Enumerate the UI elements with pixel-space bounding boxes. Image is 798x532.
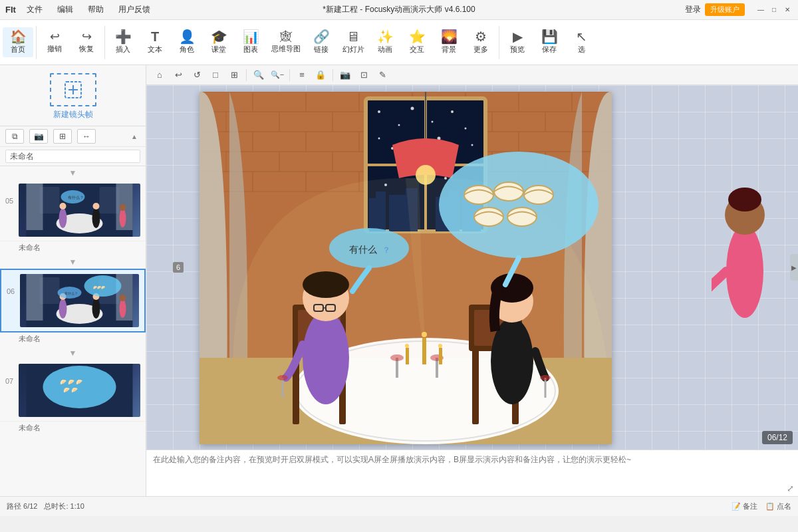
- toolbar-classroom[interactable]: 🎓 课堂: [203, 27, 234, 57]
- toolbar-more[interactable]: ⚙ 更多: [466, 27, 496, 57]
- toolbar-divider-1: [36, 26, 37, 59]
- svg-point-113: [405, 344, 409, 348]
- toolbar-background[interactable]: 🌄 背景: [434, 27, 464, 57]
- svg-point-13: [120, 209, 126, 227]
- toolbar-save[interactable]: 💾 保存: [534, 27, 565, 57]
- ct-divider-3: [332, 69, 333, 81]
- collapse-icon-67[interactable]: ▼: [69, 348, 77, 358]
- titlebar: FIt 文件 编辑 帮助 用户反馈 *新建工程 - Focusky动画演示大师 …: [0, 0, 798, 20]
- animate-icon: ✨: [377, 30, 394, 43]
- login-button[interactable]: 登录: [685, 4, 701, 15]
- new-frame-button[interactable]: 新建镜头帧: [0, 65, 146, 126]
- notes-expand-button[interactable]: ⤢: [787, 483, 794, 493]
- slide-item-07[interactable]: 07 🥟 🥟 🥟 🥟 🥟: [0, 360, 146, 422]
- toolbar-preview[interactable]: ▶ 预览: [502, 27, 533, 57]
- ct-grid-btn[interactable]: ⊞: [226, 68, 242, 82]
- svg-point-12: [93, 203, 100, 209]
- minimize-button[interactable]: —: [755, 5, 766, 15]
- link-icon: 🔗: [313, 30, 330, 43]
- note-label: 备注: [743, 501, 757, 511]
- toolbar-role[interactable]: 👤 角色: [172, 27, 202, 57]
- ct-undo-btn[interactable]: ↩: [170, 68, 186, 82]
- menu-feedback[interactable]: 用户反馈: [114, 4, 154, 15]
- toolbar-redo[interactable]: ↪ 恢复: [71, 28, 102, 57]
- toolbar-home[interactable]: 🏠 首页: [3, 27, 33, 57]
- slide-item-05[interactable]: 05: [0, 180, 146, 241]
- toolbar-animate[interactable]: ✨ 动画: [370, 27, 400, 57]
- fit-button[interactable]: ⊞: [53, 129, 72, 144]
- svg-point-144: [474, 207, 503, 226]
- notes-input[interactable]: [153, 454, 791, 492]
- status-right: 📝 备注 📋 点名: [732, 501, 791, 511]
- ct-redo-btn[interactable]: ↺: [189, 68, 205, 82]
- slide-thumb-06: 🥟🥟🥟 有什么？: [20, 274, 139, 327]
- copy-frame-button[interactable]: ⧉: [5, 129, 24, 144]
- toolbar-select[interactable]: ↖ 选: [566, 27, 597, 57]
- slide-name-input[interactable]: [5, 150, 140, 163]
- slide-thumb-05: 有什么？: [19, 184, 140, 237]
- svg-point-25: [92, 299, 100, 319]
- toolbar-mindmap[interactable]: 🕸 思维导图: [267, 28, 305, 57]
- sidebar-scroll-up[interactable]: ▲: [128, 130, 140, 142]
- ct-select-btn[interactable]: □: [207, 68, 223, 82]
- svg-rect-114: [439, 348, 442, 364]
- collapse-icon-05[interactable]: ▼: [69, 168, 77, 178]
- svg-point-124: [303, 311, 349, 404]
- slide-number-06: 06: [7, 274, 20, 295]
- slide-name-field: [0, 147, 146, 166]
- slideshow-icon: 🖥: [346, 30, 360, 43]
- menu-file[interactable]: 文件: [23, 4, 47, 15]
- toolbar-undo[interactable]: ↩ 撤销: [39, 28, 70, 57]
- toolbar-text[interactable]: T 文本: [140, 27, 170, 57]
- insert-icon: ➕: [115, 30, 132, 43]
- title-right: 登录 升级账户 — □ ✕: [685, 3, 793, 16]
- svg-point-80: [378, 110, 380, 113]
- toolbar-link[interactable]: 🔗 链接: [306, 27, 336, 57]
- canvas-main[interactable]: 6: [146, 85, 798, 450]
- title-left: FIt 文件 编辑 帮助 用户反馈: [5, 4, 154, 15]
- upgrade-button[interactable]: 升级账户: [705, 3, 745, 16]
- svg-text:有什么: 有什么: [349, 244, 377, 255]
- interact-icon: ⭐: [409, 30, 426, 43]
- svg-text:🥟 🥟 🥟: 🥟 🥟 🥟: [60, 378, 82, 385]
- menu-help[interactable]: 帮助: [84, 4, 108, 15]
- ct-home-btn[interactable]: ⌂: [152, 68, 168, 82]
- flip-button[interactable]: ↔: [77, 129, 96, 144]
- slide-name-06: 未命名: [0, 332, 146, 346]
- slide-indicator: 06/12: [762, 431, 793, 444]
- right-panel-handle[interactable]: ▶: [790, 254, 798, 281]
- menu-edit[interactable]: 编辑: [53, 4, 77, 15]
- svg-point-34: [43, 366, 116, 408]
- ct-align-btn[interactable]: ≡: [294, 68, 310, 82]
- rollcall-button[interactable]: 📋 点名: [765, 501, 791, 511]
- slide-group-header-05: ▼: [0, 166, 146, 180]
- note-icon: 📝: [732, 502, 741, 511]
- ct-frame-btn[interactable]: ⊡: [356, 68, 372, 82]
- maximize-button[interactable]: □: [769, 5, 779, 15]
- svg-point-145: [507, 207, 537, 226]
- svg-rect-20: [27, 274, 43, 321]
- canvas-area: ⌂ ↩ ↺ □ ⊞ 🔍 🔍− ≡ 🔒 📷 ⊡ ✎ 6: [146, 65, 798, 496]
- close-button[interactable]: ✕: [782, 5, 793, 15]
- ct-edit-btn[interactable]: ✎: [374, 68, 390, 82]
- ct-lock-btn[interactable]: 🔒: [313, 68, 329, 82]
- slide-canvas[interactable]: 有什么 ？: [200, 92, 612, 444]
- collapse-icon-56[interactable]: ▼: [69, 257, 77, 267]
- toolbar-slideshow[interactable]: 🖥 幻灯片: [338, 27, 368, 57]
- ct-zoom-in-btn[interactable]: 🔍: [251, 68, 267, 82]
- svg-point-136: [540, 375, 551, 380]
- svg-point-23: [59, 299, 67, 319]
- ct-camera-btn[interactable]: 📷: [337, 68, 353, 82]
- slide-item-06[interactable]: 06: [0, 269, 146, 332]
- svg-rect-112: [406, 348, 409, 364]
- duration-info: 总时长: 1:10: [44, 501, 84, 511]
- ct-zoom-out-btn[interactable]: 🔍−: [269, 68, 285, 82]
- toolbar-chart[interactable]: 📊 图表: [235, 27, 266, 57]
- note-button[interactable]: 📝 备注: [732, 501, 757, 511]
- home-icon: 🏠: [10, 30, 27, 43]
- main-area: 新建镜头帧 ⧉ 📷 ⊞ ↔ ▲ ▼ 05: [0, 65, 798, 496]
- slide-thumb-07: 🥟 🥟 🥟 🥟 🥟: [19, 364, 140, 417]
- toolbar-interact[interactable]: ⭐ 交互: [402, 27, 432, 57]
- toolbar-insert[interactable]: ➕ 插入: [108, 27, 138, 57]
- screenshot-button[interactable]: 📷: [29, 129, 48, 144]
